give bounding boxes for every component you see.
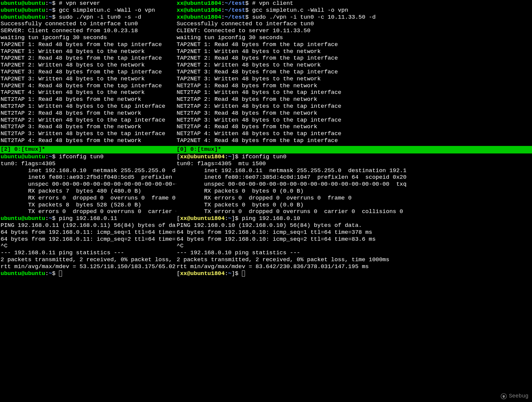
output-line: TAP2NET 1: Read 48 bytes from the tap in… [177,41,531,48]
output-line: TAP2NET 1: Written 48 bytes to the netwo… [1,48,175,55]
prompt-line[interactable]: ubuntu@ubuntu:~$ [1,270,175,277]
output-line: rtt min/avg/max/mdev = 53.125/118.150/18… [1,263,175,270]
output-line: --- 192.168.0.11 ping statistics --- [1,249,175,256]
output-line: tun0: flags=4305 mtu 1500 [177,160,531,167]
terminal-pane-client-bottom[interactable]: [xx@ubuntu1804:~]$ ifconfig tun0tun0: fl… [176,153,532,402]
output-line: TX packets 8 bytes 528 (528.0 B) [1,202,175,209]
terminal-pane-client-top[interactable]: xx@ubuntu1804:~/test$ # vpn clientxx@ubu… [176,0,532,146]
output-line: TX errors 0 dropped 0 overruns 0 carrier… [1,208,175,215]
output-line: unspec 00-00-00-00-00-00-00-00-00-00-00-… [1,181,175,188]
output-line: NET2TAP 3: Read 48 bytes from the networ… [177,110,531,117]
output-line: TAP2NET 1: Read 48 bytes from the tap in… [1,41,175,48]
output-line: TAP2NET 3: Read 48 bytes from the tap in… [177,69,531,76]
output-line: NET2TAP 1: Read 48 bytes from the networ… [177,82,531,89]
watermark-logo: Seebug [500,393,528,400]
terminal-pane-server-bottom[interactable]: ubuntu@ubuntu:~$ ifconfig tun0tun0: flag… [0,153,176,402]
prompt-line[interactable]: ubuntu@ubuntu:~$ sudo ./vpn -i tun0 -s -… [1,14,175,21]
output-line: tun0: flags=4305 [1,160,175,167]
prompt-line[interactable]: ubuntu@ubuntu:~$ gcc simpletun.c -Wall -… [1,7,175,14]
output-line: RX packets 7 bytes 480 (480.0 B) [1,188,175,195]
output-line: RX packets 0 bytes 0 (0.0 B) [177,188,531,195]
output-line: TAP2NET 3: Written 48 bytes to the netwo… [177,76,531,82]
output-line: TAP2NET 3: Written 48 bytes to the netwo… [1,76,175,82]
output-line: RX errors 0 dropped 0 overruns 0 frame 0 [1,195,175,202]
output-line: NET2TAP 2: Written 48 bytes to the tap i… [1,117,175,124]
tmux-status-left: [2] 0:[tmux]* [0,146,176,153]
prompt-line[interactable]: ubuntu@ubuntu:~$ # vpn server [1,0,175,7]
output-line: inet6 fe80::ae93:2fbd:f040:5cd5 prefixle… [1,174,175,181]
output-line: NET2TAP 4: Read 48 bytes from the networ… [1,137,175,144]
output-line: NET2TAP 1: Written 48 bytes to the tap i… [1,103,175,110]
output-line: Successfully connected to interface tun0 [177,20,531,27]
output-line: NET2TAP 3: Written 48 bytes to the tap i… [1,130,175,137]
output-line: 64 bytes from 192.168.0.10: icmp_seq=2 t… [177,236,531,243]
output-line: --- 192.168.0.10 ping statistics --- [177,249,531,256]
output-line: TAP2NET 4: Read 48 bytes from the tap in… [1,82,175,89]
prompt-line[interactable]: ubuntu@ubuntu:~$ ifconfig tun0 [1,153,175,160]
output-line: Successfully connected to interface tun0 [1,20,175,27]
output-line: TX errors 0 dropped 0 overruns 0 carrier… [177,208,531,215]
output-line: CLIENT: Connected to server 10.11.33.50 [177,27,531,34]
output-line: NET2TAP 1: Written 48 bytes to the tap i… [177,89,531,96]
prompt-line[interactable]: ubuntu@ubuntu:~$ ping 192.168.0.11 [1,215,175,222]
output-line: inet 192.168.0.11 netmask 255.255.255.0 … [177,167,531,174]
prompt-line[interactable]: [xx@ubuntu1804:~]$ [177,270,531,277]
output-line: PING 192.168.0.11 (192.168.0.11) 56(84) … [1,222,175,229]
output-line: NET2TAP 4: Read 48 bytes from the networ… [177,123,531,130]
output-line: NET2TAP 3: Written 48 bytes to the tap i… [177,117,531,124]
output-line: inet 192.168.0.10 netmask 255.255.255.0 … [1,167,175,174]
output-line: inet6 fe80::6e07:385d:4c0d:1047 prefixle… [177,174,531,181]
output-line: NET2TAP 2: Written 48 bytes to the tap i… [177,103,531,110]
output-line: 2 packets transmitted, 2 received, 0% pa… [177,256,531,263]
output-line: TAP2NET 2: Read 48 bytes from the tap in… [177,55,531,62]
prompt-line[interactable]: xx@ubuntu1804:~/test$ gcc simpletun.c -W… [177,7,531,14]
output-line: waiting tun ipconfig 30 seconds [177,34,531,41]
output-line: SERVER: Client connected from 10.0.23.18 [1,27,175,34]
output-line: TAP2NET 2: Read 48 bytes from the tap in… [1,55,175,62]
output-line: NET2TAP 2: Read 48 bytes from the networ… [1,110,175,117]
output-line: TAP2NET 2: Written 48 bytes to the netwo… [177,62,531,69]
output-line: ^C [1,243,175,249]
bug-icon [500,393,507,400]
output-line: ^C [177,243,531,249]
output-line: TAP2NET 4: Read 48 bytes from the tap in… [177,137,531,144]
output-line: TAP2NET 2: Written 48 bytes to the netwo… [1,62,175,69]
output-line: NET2TAP 3: Read 48 bytes from the networ… [1,123,175,130]
terminal-pane-server-top[interactable]: ubuntu@ubuntu:~$ # vpn serverubuntu@ubun… [0,0,176,146]
output-line: RX errors 0 dropped 0 overruns 0 frame 0 [177,195,531,202]
output-line: PING 192.168.0.10 (192.168.0.10) 56(84) … [177,222,531,229]
output-line: TAP2NET 1: Written 48 bytes to the netwo… [177,48,531,55]
output-line: TAP2NET 3: Read 48 bytes from the tap in… [1,69,175,76]
output-line: TAP2NET 4: Written 48 bytes to the netwo… [1,89,175,96]
output-line: rtt min/avg/max/mdev = 83.642/230.836/37… [177,263,531,270]
output-line: NET2TAP 1: Read 48 bytes from the networ… [1,96,175,103]
output-line: NET2TAP 2: Read 48 bytes from the networ… [177,96,531,103]
prompt-line[interactable]: [xx@ubuntu1804:~]$ ping 192.168.0.10 [177,215,531,222]
output-line: waiting tun ipconfig 30 seconds [1,34,175,41]
prompt-line[interactable]: xx@ubuntu1804:~/test$ sudo ./vpn -i tun0… [177,14,531,21]
output-line: TX packets 0 bytes 0 (0.0 B) [177,202,531,209]
output-line: 64 bytes from 192.168.0.11: icmp_seq=2 t… [1,236,175,243]
output-line: 64 bytes from 192.168.0.11: icmp_seq=1 t… [1,229,175,236]
prompt-line[interactable]: [xx@ubuntu1804:~]$ ifconfig tun0 [177,153,531,160]
tmux-status-right: [0] 0:[tmux]* [176,146,532,153]
output-line: 64 bytes from 192.168.0.10: icmp_seq=1 t… [177,229,531,236]
output-line: 2 packets transmitted, 2 received, 0% pa… [1,256,175,263]
output-line: unspec 00-00-00-00-00-00-00-00-00-00-00-… [177,181,531,188]
output-line: NET2TAP 4: Written 48 bytes to the tap i… [177,130,531,137]
prompt-line[interactable]: xx@ubuntu1804:~/test$ # vpn client [177,0,531,7]
